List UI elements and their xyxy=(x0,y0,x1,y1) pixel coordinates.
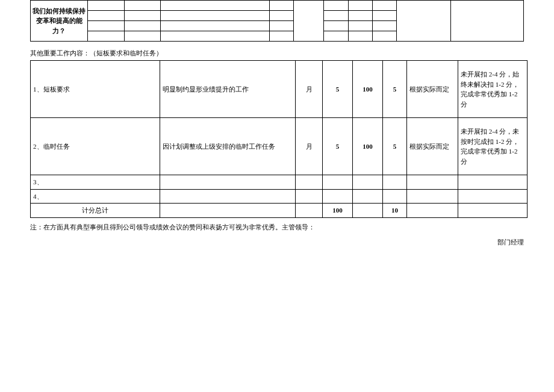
cell-empty xyxy=(372,1,396,11)
cell-empty xyxy=(458,189,528,204)
row2-desc: 因计划调整或上级安排的临时工作任务 xyxy=(160,118,296,175)
cell-empty xyxy=(160,175,296,190)
cell-empty xyxy=(407,189,458,204)
cell-empty xyxy=(296,204,323,218)
cell-empty xyxy=(124,11,160,21)
row1-rule: 未开展扣 2-4 分，始终未解决扣 1-2 分，完成非常优秀加 1-2 分 xyxy=(458,61,528,118)
cell-empty xyxy=(88,31,124,42)
cell-empty xyxy=(372,21,396,31)
cell-empty xyxy=(88,21,124,31)
cell-empty xyxy=(458,204,528,218)
cell-empty xyxy=(323,189,353,204)
cell-empty xyxy=(124,1,160,11)
footnote: 注：在方面具有典型事例且得到公司领导或绩效会议的赞同和表扬方可视为非常优秀。主管… xyxy=(30,223,524,232)
cell-empty xyxy=(296,189,323,204)
row1-desc: 明显制约显形业绩提升的工作 xyxy=(160,61,296,118)
cell-empty xyxy=(396,1,450,42)
total-label: 计分总计 xyxy=(31,204,160,218)
cell-empty xyxy=(407,204,458,218)
cell-empty xyxy=(407,175,458,190)
row2-basis: 根据实际而定 xyxy=(407,118,458,175)
cell-empty xyxy=(296,175,323,190)
row1-basis: 根据实际而定 xyxy=(407,61,458,118)
cell-empty xyxy=(353,189,383,204)
cell-empty xyxy=(269,31,293,42)
row1-period: 月 xyxy=(296,61,323,118)
cell-empty xyxy=(88,11,124,21)
cell-empty xyxy=(383,189,407,204)
cell-question: 我们如何持续保持变革和提高的能力？ xyxy=(31,1,88,42)
row4-label: 4、 xyxy=(31,189,160,204)
cell-empty xyxy=(372,11,396,21)
row2-base: 100 xyxy=(353,118,383,175)
main-table: 1、短板要求 明显制约显形业绩提升的工作 月 5 100 5 根据实际而定 未开… xyxy=(30,60,528,218)
row2-rule: 未开展扣 2-4 分，未按时完成扣 1-2 分，完成非常优秀加 1-2 分 xyxy=(458,118,528,175)
signature-label: 部门经理 xyxy=(30,238,524,247)
cell-empty xyxy=(124,31,160,42)
cell-empty xyxy=(324,21,348,31)
cell-empty xyxy=(160,204,296,218)
cell-empty xyxy=(348,1,372,11)
total-weight: 100 xyxy=(323,204,353,218)
top-partial-table: 我们如何持续保持变革和提高的能力？ xyxy=(30,0,524,42)
cell-empty xyxy=(161,21,270,31)
cell-empty xyxy=(161,1,270,11)
cell-empty xyxy=(348,31,372,42)
row2-label: 2、临时任务 xyxy=(31,118,160,175)
cell-empty xyxy=(324,1,348,11)
cell-empty xyxy=(323,175,353,190)
cell-empty xyxy=(294,1,324,42)
row2-score: 5 xyxy=(383,118,407,175)
cell-empty xyxy=(269,11,293,21)
cell-empty xyxy=(353,175,383,190)
row2-period: 月 xyxy=(296,118,323,175)
cell-empty xyxy=(458,175,528,190)
cell-empty xyxy=(161,31,270,42)
row2-weight: 5 xyxy=(323,118,353,175)
cell-empty xyxy=(451,1,524,42)
cell-empty xyxy=(324,31,348,42)
cell-empty xyxy=(348,21,372,31)
cell-empty xyxy=(348,11,372,21)
total-score: 10 xyxy=(383,204,407,218)
cell-empty xyxy=(161,11,270,21)
row1-weight: 5 xyxy=(323,61,353,118)
cell-empty xyxy=(324,11,348,21)
cell-empty xyxy=(353,204,383,218)
cell-empty xyxy=(269,21,293,31)
cell-empty xyxy=(269,1,293,11)
cell-empty xyxy=(372,31,396,42)
cell-empty xyxy=(88,1,124,11)
cell-empty xyxy=(383,175,407,190)
row3-label: 3、 xyxy=(31,175,160,190)
cell-empty xyxy=(124,21,160,31)
row1-base: 100 xyxy=(353,61,383,118)
row1-score: 5 xyxy=(383,61,407,118)
cell-empty xyxy=(160,189,296,204)
row1-label: 1、短板要求 xyxy=(31,61,160,118)
section-title: 其他重要工作内容：（短板要求和临时任务） xyxy=(30,49,524,58)
